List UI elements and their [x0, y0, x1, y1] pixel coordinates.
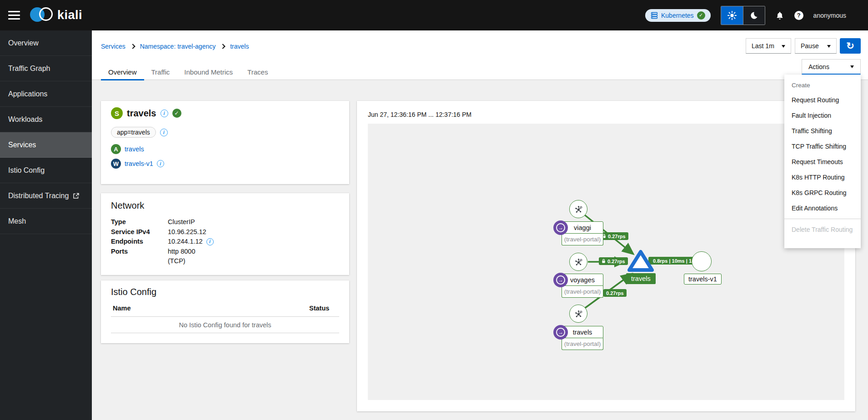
- sidebar-item-distributed-tracing[interactable]: Distributed Tracing: [0, 183, 92, 209]
- column-status: Status: [309, 305, 329, 312]
- info-icon[interactable]: [157, 160, 164, 167]
- chevron-right-icon: [221, 44, 226, 49]
- app-link[interactable]: travels: [125, 145, 144, 153]
- sync-icon: [846, 41, 854, 50]
- app-node-viaggi[interactable]: viaggi (travel-portal): [562, 221, 603, 245]
- page-header: Services Namespace: travel-agency travel…: [92, 30, 868, 80]
- breadcrumb-services[interactable]: Services: [101, 43, 125, 50]
- menu-item-traffic-shifting[interactable]: Traffic Shifting: [784, 123, 861, 139]
- network-card-title: Network: [111, 200, 339, 211]
- app-node-travels[interactable]: travels (travel-portal): [562, 326, 603, 350]
- menu-item-delete-traffic-routing[interactable]: Delete Traffic Routing: [784, 222, 861, 237]
- menu-item-request-timeouts[interactable]: Request Timeouts: [784, 154, 861, 170]
- notifications-button[interactable]: [775, 11, 784, 20]
- dark-theme-button[interactable]: [743, 6, 765, 25]
- sidebar-nav: Overview Traffic Graph Applications Work…: [0, 30, 92, 420]
- user-menu[interactable]: anonymous: [813, 12, 846, 19]
- lock-icon: [602, 259, 606, 264]
- info-icon[interactable]: [160, 129, 168, 136]
- breadcrumb-namespace[interactable]: Namespace: travel-agency: [140, 43, 216, 50]
- chevron-right-icon: [130, 44, 135, 49]
- breadcrumb-current[interactable]: travels: [230, 43, 249, 50]
- app-badge-icon: [553, 220, 568, 235]
- actions-dropdown-menu: Create Request Routing Fault Injection T…: [784, 75, 861, 248]
- actions-dropdown-toggle[interactable]: Actions: [802, 59, 861, 75]
- help-button[interactable]: ?: [794, 11, 803, 20]
- network-row-endpoints: Endpoints 10.244.1.12: [111, 237, 339, 247]
- istio-config-empty-message: No Istio Config found for travels: [111, 317, 339, 333]
- moon-icon: [749, 11, 758, 20]
- workload-node-travels-v1-label[interactable]: travels-v1: [684, 274, 722, 285]
- menu-divider: [784, 219, 861, 219]
- sun-icon: [727, 10, 737, 20]
- theme-toggle: [721, 6, 765, 25]
- cluster-healthy-icon: [697, 11, 705, 20]
- app-badge: A: [111, 144, 121, 154]
- workload-glyph-icon: [574, 258, 583, 266]
- menu-item-request-routing[interactable]: Request Routing: [784, 92, 861, 108]
- tab-inbound-metrics[interactable]: Inbound Metrics: [177, 65, 240, 80]
- menu-item-fault-injection[interactable]: Fault Injection: [784, 108, 861, 123]
- workload-badge: W: [111, 159, 121, 169]
- caret-down-icon: [850, 65, 854, 70]
- traffic-graph[interactable]: 0.27rps 0.27rps 0.27rps 0.8rps | 10ms | …: [368, 124, 844, 400]
- network-row-service-ip: Service IPv4 10.96.225.12: [111, 227, 339, 237]
- refresh-button[interactable]: [840, 38, 861, 54]
- refresh-interval-select[interactable]: Pause: [795, 38, 837, 54]
- app-badge-icon: [553, 325, 568, 340]
- duration-select[interactable]: Last 1m: [746, 38, 791, 54]
- istio-card-title: Istio Config: [111, 287, 339, 297]
- network-row-ports: Ports http 8000: [111, 247, 339, 257]
- menu-item-tcp-traffic-shifting[interactable]: TCP Traffic Shifting: [784, 139, 861, 154]
- istio-config-card: Istio Config Name Status No Istio Config…: [101, 280, 349, 343]
- workload-node-voyages[interactable]: [569, 253, 587, 271]
- menu-item-edit-annotations[interactable]: Edit Annotations: [784, 200, 861, 216]
- service-triangle-icon: [627, 248, 654, 274]
- sidebar-item-overview[interactable]: Overview: [0, 30, 92, 56]
- tab-traffic[interactable]: Traffic: [144, 65, 177, 80]
- sidebar-item-workloads[interactable]: Workloads: [0, 107, 92, 132]
- question-circle-icon: ?: [794, 11, 803, 20]
- external-link-icon: [73, 193, 79, 199]
- label-chip: app=travels: [111, 127, 156, 138]
- menu-item-k8s-http-routing[interactable]: K8s HTTP Routing: [784, 170, 861, 185]
- masthead: kiali Kubernetes: [0, 0, 868, 30]
- service-node-travels[interactable]: [627, 248, 654, 275]
- workload-node-viaggi[interactable]: [569, 200, 587, 218]
- service-badge: S: [111, 107, 123, 119]
- menu-item-k8s-grpc-routing[interactable]: K8s GRPC Routing: [784, 185, 861, 200]
- main-content: Services Namespace: travel-agency travel…: [92, 30, 868, 420]
- workload-node-travels-app[interactable]: [569, 305, 587, 323]
- info-icon[interactable]: [161, 110, 168, 117]
- edge-label-viaggi-travels[interactable]: 0.27rps: [599, 232, 628, 240]
- health-check-icon: [172, 109, 181, 118]
- tab-traces[interactable]: Traces: [240, 65, 275, 80]
- tab-overview[interactable]: Overview: [101, 65, 144, 80]
- service-name: travels: [127, 108, 156, 119]
- workload-glyph-icon: [574, 205, 583, 214]
- service-node-label[interactable]: travels: [626, 273, 656, 284]
- caret-down-icon: [782, 45, 785, 50]
- edge-label-voyages-travels[interactable]: 0.27rps: [599, 257, 628, 265]
- network-row-type: Type ClusterIP: [111, 217, 339, 227]
- service-description-card: S travels app=travels A travels W travel…: [101, 101, 349, 184]
- breadcrumb: Services Namespace: travel-agency travel…: [101, 43, 249, 50]
- sidebar-item-traffic-graph[interactable]: Traffic Graph: [0, 56, 92, 81]
- info-icon[interactable]: [206, 238, 214, 245]
- hamburger-menu-icon[interactable]: [8, 9, 20, 22]
- network-card: Network Type ClusterIP Service IPv4 10.9…: [101, 193, 349, 275]
- sidebar-item-applications[interactable]: Applications: [0, 81, 92, 107]
- sidebar-item-services[interactable]: Services: [0, 132, 92, 158]
- kiali-logo[interactable]: kiali: [30, 7, 82, 24]
- edge-label-travels-travels-v1[interactable]: 0.8rps | 10ms | 14: [648, 257, 694, 265]
- cluster-badge[interactable]: Kubernetes: [645, 9, 711, 22]
- workload-link[interactable]: travels-v1: [125, 160, 153, 167]
- workload-node-travels-v1[interactable]: [692, 251, 712, 271]
- edge-label-travels-app-travels[interactable]: 0.27rps: [603, 289, 627, 297]
- light-theme-button[interactable]: [721, 6, 743, 25]
- sidebar-item-istio-config[interactable]: Istio Config: [0, 158, 92, 183]
- app-node-voyages[interactable]: voyages (travel-portal): [562, 274, 603, 298]
- sidebar-item-mesh[interactable]: Mesh: [0, 209, 92, 234]
- cluster-icon: [651, 12, 658, 19]
- brand-name: kiali: [57, 8, 82, 22]
